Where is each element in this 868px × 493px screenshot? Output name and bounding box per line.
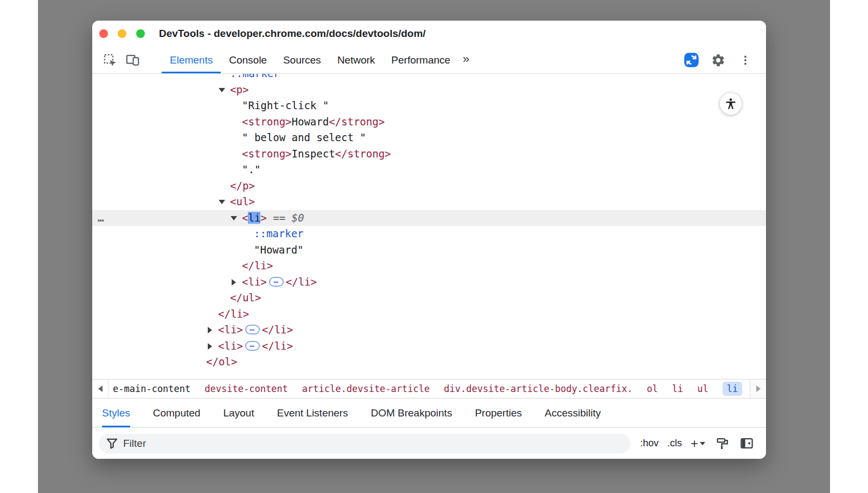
- accessibility-icon[interactable]: [719, 92, 742, 115]
- sidebar-tab-dom-breakpoints[interactable]: DOM Breakpoints: [371, 399, 452, 427]
- dom-tree-line[interactable]: <strong>Howard</strong>: [92, 114, 766, 130]
- breadcrumb-scroll-right-icon[interactable]: [750, 380, 766, 398]
- code-text: " below and select ": [242, 131, 366, 143]
- toggle-element-state-button[interactable]: :hov: [640, 438, 659, 449]
- dom-tree-line[interactable]: <li>⋯</li>: [92, 274, 766, 290]
- dom-tree-line[interactable]: </ol>: [92, 354, 766, 370]
- breadcrumb-scroll-left-icon[interactable]: [92, 380, 108, 398]
- code-text: Inspect: [292, 148, 335, 160]
- code-tag: <ul>: [230, 195, 255, 207]
- breadcrumb-item-article-devsite-article[interactable]: article.devsite-article: [302, 383, 430, 394]
- breadcrumb-item-devsite-content[interactable]: devsite-content: [205, 383, 288, 394]
- dom-tree-line[interactable]: <li>⋯</li>: [92, 322, 766, 338]
- dom-tree-line[interactable]: "Howard": [92, 242, 766, 258]
- code-text: "Right-click ": [242, 99, 329, 111]
- dom-tree-line[interactable]: ::marker: [92, 74, 766, 82]
- code-tag: </strong>: [329, 116, 385, 128]
- code-text: Howard: [292, 116, 329, 128]
- new-style-rule-button[interactable]: +: [691, 436, 705, 451]
- panel-tabs: ElementsConsoleSourcesNetworkPerformance: [162, 47, 458, 73]
- dom-tree-line[interactable]: <li>⋯</li>: [92, 338, 766, 355]
- code-ellipsis: ⋯: [269, 277, 284, 287]
- traffic-lights: [99, 29, 145, 38]
- minimize-window-button[interactable]: [118, 29, 126, 38]
- dom-tree-line[interactable]: " below and select ": [92, 130, 766, 146]
- dom-tree-line[interactable]: </p>: [92, 178, 766, 194]
- tab-network[interactable]: Network: [329, 47, 384, 73]
- toggle-sidebar-icon[interactable]: [739, 436, 754, 451]
- code-eq: ==: [267, 212, 292, 224]
- tab-performance[interactable]: Performance: [383, 47, 458, 73]
- code-tag: </p>: [230, 180, 255, 192]
- styles-filter-bar: :hov .cls +: [92, 428, 766, 459]
- breadcrumb-item-ul[interactable]: ul: [697, 383, 708, 394]
- dom-tree-line[interactable]: ::marker: [92, 226, 766, 242]
- disclosure-expanded-icon[interactable]: [219, 200, 225, 204]
- code-pseudo: ::marker: [230, 74, 280, 79]
- more-menu-icon[interactable]: [737, 50, 754, 70]
- code-tag: <li>: [242, 276, 267, 288]
- code-tag: </li>: [262, 324, 293, 336]
- breadcrumb: e-main-contentdevsite-contentarticle.dev…: [92, 379, 766, 399]
- dom-tree-line[interactable]: <ul>: [92, 194, 766, 210]
- disclosure-expanded-icon[interactable]: [219, 88, 225, 92]
- zoom-window-button[interactable]: [136, 29, 145, 38]
- code-text: "Howard": [254, 244, 304, 256]
- sync-icon[interactable]: [682, 50, 700, 70]
- disclosure-collapsed-icon[interactable]: [232, 279, 236, 286]
- window-titlebar: DevTools - developer.chrome.com/docs/dev…: [92, 21, 766, 47]
- code-tag: >: [260, 212, 266, 224]
- dom-tree-line[interactable]: ".": [92, 162, 766, 178]
- breadcrumb-item-li[interactable]: li: [672, 383, 683, 394]
- sidebar-tab-computed[interactable]: Computed: [153, 399, 201, 427]
- code-ellipsis: ⋯: [245, 325, 260, 334]
- breadcrumb-items: e-main-contentdevsite-contentarticle.dev…: [108, 380, 750, 398]
- disclosure-collapsed-icon[interactable]: [208, 343, 212, 350]
- right-white-margin: [830, 0, 868, 493]
- dom-tree-line[interactable]: </ul>: [92, 290, 766, 306]
- breadcrumb-item-li[interactable]: li: [723, 382, 742, 396]
- sidebar-tab-event-listeners[interactable]: Event Listeners: [277, 399, 348, 427]
- breadcrumb-item-ol[interactable]: ol: [647, 383, 658, 394]
- dom-tree-line[interactable]: </li>: [92, 306, 766, 323]
- dom-tree-line[interactable]: <p>: [92, 82, 766, 98]
- more-tabs-button[interactable]: »: [463, 53, 469, 67]
- code-tag: <: [242, 212, 248, 224]
- settings-gear-icon[interactable]: [710, 50, 727, 70]
- tab-sources[interactable]: Sources: [275, 47, 329, 73]
- overflow-dots-icon: …: [98, 210, 104, 226]
- sidebar-tab-styles[interactable]: Styles: [102, 399, 130, 427]
- sidebar-tab-accessibility[interactable]: Accessibility: [545, 399, 601, 427]
- left-white-margin: [0, 0, 38, 493]
- close-window-button[interactable]: [99, 29, 108, 38]
- code-pseudo: ::marker: [254, 227, 304, 239]
- dom-tree-line[interactable]: …<li> == $0: [92, 210, 766, 226]
- code-ellipsis: ⋯: [245, 341, 260, 351]
- device-toolbar-icon[interactable]: [124, 50, 141, 70]
- toolbar-right-icons: [682, 50, 766, 70]
- code-tag: </li>: [242, 260, 273, 271]
- code-tag: </li>: [218, 308, 249, 320]
- window-title: DevTools - developer.chrome.com/docs/dev…: [159, 28, 426, 40]
- plus-icon: +: [691, 436, 698, 451]
- code-tag: <p>: [230, 84, 248, 96]
- sidebar-tab-layout[interactable]: Layout: [223, 399, 254, 427]
- inspect-element-icon[interactable]: [101, 50, 118, 70]
- tab-elements[interactable]: Elements: [162, 47, 221, 73]
- dom-tree-line[interactable]: </li>: [92, 258, 766, 274]
- toggle-classes-button[interactable]: .cls: [667, 438, 682, 449]
- disclosure-expanded-icon[interactable]: [231, 216, 237, 220]
- tab-console[interactable]: Console: [221, 47, 275, 73]
- code-tag: <li>: [218, 324, 243, 336]
- breadcrumb-item-div-devsite-article-body-clearfix-[interactable]: div.devsite-article-body.clearfix.: [444, 383, 633, 394]
- breadcrumb-item-e-main-content[interactable]: e-main-content: [113, 383, 190, 394]
- styles-filter-field[interactable]: [99, 434, 630, 453]
- dom-tree-line[interactable]: <strong>Inspect</strong>: [92, 146, 766, 162]
- paint-roller-icon[interactable]: [715, 436, 730, 451]
- disclosure-collapsed-icon[interactable]: [208, 327, 212, 333]
- code-tag: </li>: [262, 340, 293, 352]
- styles-filter-input[interactable]: [123, 438, 623, 450]
- sidebar-tab-properties[interactable]: Properties: [475, 399, 522, 427]
- dom-tree-lines: ::marker<p>"Right-click "<strong>Howard<…: [92, 74, 766, 370]
- dom-tree-line[interactable]: "Right-click ": [92, 98, 766, 114]
